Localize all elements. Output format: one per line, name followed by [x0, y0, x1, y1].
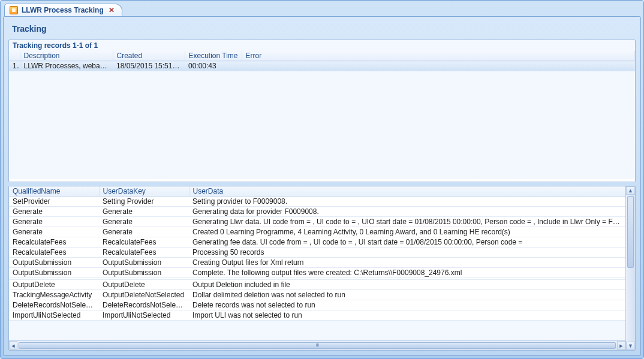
cell: Generating Llwr data. UI code from = , U… [189, 217, 625, 227]
table-row[interactable]: RecalculateFeesRecalculateFeesGenerating… [9, 237, 625, 248]
cell: OutputDelete [9, 280, 99, 290]
table-row[interactable]: RecalculateFeesRecalculateFeesProcessing… [9, 248, 625, 258]
cell: OutputSubmission [99, 258, 189, 268]
table-row[interactable]: DeleteRecordsNotSelectedDeleteRecordsNot… [9, 300, 625, 310]
col-user-data[interactable]: UserData [189, 186, 625, 197]
table-row[interactable]: ImportUliNotSelectedImportUliNotSelected… [9, 310, 625, 321]
table-row[interactable]: TrackingMessageActivityOutputDeleteNotSe… [9, 290, 625, 300]
grid-filler [9, 71, 635, 179]
tab-bar: LLWR Process Tracking ✕ [1, 1, 643, 16]
scroll-down-icon[interactable]: ▼ [626, 342, 635, 350]
col-created[interactable]: Created [113, 51, 185, 61]
window-frame: LLWR Process Tracking ✕ Tracking Trackin… [0, 0, 644, 359]
cell: RecalculateFees [9, 248, 99, 258]
cell: OutputDelete [99, 280, 189, 290]
col-exec-time[interactable]: Execution Time [185, 51, 242, 61]
cell: Generate [9, 207, 99, 217]
cell: OutputSubmission [9, 258, 99, 268]
col-user-data-key[interactable]: UserDataKey [99, 186, 189, 197]
cell: Creating Output files for Xml return [189, 258, 625, 268]
cell: Import ULI was not selected to run [189, 310, 625, 321]
close-icon[interactable]: ✕ [107, 7, 116, 14]
col-qualified-name[interactable]: QualifiedName [9, 186, 99, 197]
table-row[interactable]: GenerateGenerateGenerating data for prov… [9, 207, 625, 217]
cell [242, 61, 635, 71]
detail-panel: QualifiedName UserDataKey UserData SetPr… [8, 186, 636, 351]
table-row[interactable]: OutputSubmissionOutputSubmissionComplete… [9, 268, 625, 278]
cell: ImportUliNotSelected [99, 310, 189, 321]
table-row[interactable]: GenerateGenerateCreated 0 Learning Progr… [9, 227, 625, 237]
col-rownum[interactable] [9, 51, 20, 61]
cell: RecalculateFees [99, 237, 189, 248]
detail-grid-filler [9, 321, 625, 340]
vscroll-thumb[interactable] [627, 196, 634, 268]
col-error[interactable]: Error [242, 51, 635, 61]
cell: OutputSubmission [99, 268, 189, 278]
app-icon [10, 6, 18, 14]
cell: LLWR Processes, webadmin [20, 61, 113, 71]
cell: Complete. The following output files wer… [189, 268, 625, 278]
cell: RecalculateFees [9, 237, 99, 248]
section-title: Tracking [8, 22, 636, 36]
cell: Setting Provider [99, 197, 189, 207]
cell: Generate [9, 227, 99, 237]
cell: Dollar delimited deletion was not select… [189, 290, 625, 300]
table-row[interactable]: 1LLWR Processes, webadmin18/05/2015 15:5… [9, 61, 635, 71]
tracking-records-grid[interactable]: Description Created Execution Time Error… [9, 51, 635, 182]
cell: 1 [9, 61, 20, 71]
cell: 18/05/2015 15:51:51 [113, 61, 185, 71]
cell: SetProvider [9, 197, 99, 207]
table-row[interactable]: OutputSubmissionOutputSubmissionCreating… [9, 258, 625, 268]
cell: Setting provider to F0009008. [189, 197, 625, 207]
client-area: Tracking Tracking records 1-1 of 1 Descr… [3, 16, 641, 356]
cell: OutputDeleteNotSelected [99, 290, 189, 300]
cell: Processing 50 records [189, 248, 625, 258]
detail-header-row[interactable]: QualifiedName UserDataKey UserData [9, 186, 625, 197]
cell: Delete records was not selected to run [189, 300, 625, 310]
table-row[interactable]: GenerateGenerateGenerating Llwr data. UI… [9, 217, 625, 227]
tracking-records-panel: Tracking records 1-1 of 1 Description Cr… [8, 40, 636, 182]
cell: Generating fee data. UI code from = , UI… [189, 237, 625, 248]
cell: Output Deletion included in file [189, 280, 625, 290]
cell: ImportUliNotSelected [9, 310, 99, 321]
cell: Created 0 Learning Programme, 4 Learning… [189, 227, 625, 237]
tab-title: LLWR Process Tracking [22, 6, 104, 14]
vertical-scrollbar[interactable]: ▲ ▼ [625, 186, 635, 350]
tracking-header-row[interactable]: Description Created Execution Time Error [9, 51, 635, 61]
detail-grid[interactable]: QualifiedName UserDataKey UserData SetPr… [9, 186, 625, 321]
scroll-up-icon[interactable]: ▲ [626, 186, 635, 195]
table-row[interactable]: OutputDeleteOutputDeleteOutput Deletion … [9, 280, 625, 290]
table-row[interactable]: SetProviderSetting ProviderSetting provi… [9, 197, 625, 207]
cell: Generating data for provider F0009008. [189, 207, 625, 217]
horizontal-scrollbar[interactable]: ◄ ► [9, 340, 625, 350]
cell: Generate [99, 227, 189, 237]
cell: TrackingMessageActivity [9, 290, 99, 300]
cell: Generate [9, 217, 99, 227]
scroll-right-icon[interactable]: ► [617, 341, 625, 350]
cell: Generate [99, 207, 189, 217]
hscroll-thumb[interactable] [19, 342, 616, 349]
tab-llwr-process-tracking[interactable]: LLWR Process Tracking ✕ [4, 4, 122, 16]
cell: RecalculateFees [99, 248, 189, 258]
cell: Generate [99, 217, 189, 227]
cell: 00:00:43 [185, 61, 242, 71]
cell: DeleteRecordsNotSelected [99, 300, 189, 310]
scroll-left-icon[interactable]: ◄ [9, 341, 17, 350]
tracking-records-caption: Tracking records 1-1 of 1 [9, 40, 635, 51]
col-description[interactable]: Description [20, 51, 113, 61]
cell: DeleteRecordsNotSelected [9, 300, 99, 310]
cell: OutputSubmission [9, 268, 99, 278]
